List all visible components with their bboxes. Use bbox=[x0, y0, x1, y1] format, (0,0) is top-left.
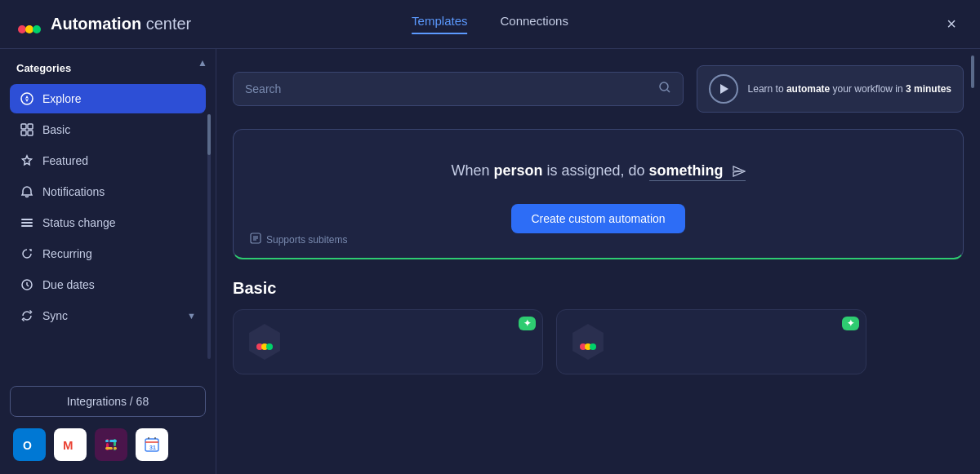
svg-point-0 bbox=[18, 25, 26, 33]
svg-text:O: O bbox=[23, 439, 32, 452]
recurring-icon bbox=[20, 246, 34, 261]
svg-rect-23 bbox=[114, 447, 117, 450]
svg-marker-31 bbox=[733, 166, 745, 176]
content-scrollbar[interactable] bbox=[970, 49, 975, 474]
featured-icon bbox=[20, 153, 34, 168]
svg-line-30 bbox=[667, 90, 670, 92]
svg-rect-21 bbox=[105, 440, 109, 442]
sidebar-item-featured[interactable]: Featured bbox=[10, 146, 206, 175]
ai-badge-1: ✦ bbox=[519, 317, 536, 330]
scroll-up-indicator: ▲ bbox=[198, 57, 207, 69]
svg-rect-11 bbox=[21, 222, 33, 224]
create-custom-automation-button[interactable]: Create custom automation bbox=[511, 204, 684, 233]
svg-rect-7 bbox=[28, 124, 33, 129]
automation-sentence: When person is assigned, do something bbox=[451, 162, 745, 179]
svg-marker-5 bbox=[25, 99, 29, 102]
slack-icon[interactable] bbox=[95, 428, 127, 461]
tab-templates[interactable]: Templates bbox=[412, 14, 467, 34]
supports-subitems-text: Supports subitems bbox=[266, 234, 347, 246]
sidebar-item-status-change-label: Status change bbox=[42, 216, 116, 229]
sidebar-item-recurring-label: Recurring bbox=[42, 247, 92, 260]
subitems-icon bbox=[250, 233, 261, 246]
svg-text:M: M bbox=[63, 438, 74, 452]
action-bold: something bbox=[649, 162, 724, 179]
sidebar-bottom: Integrations / 68 O M bbox=[10, 373, 206, 461]
sidebar-item-basic[interactable]: Basic bbox=[10, 115, 206, 144]
video-text: Learn to automate your workflow in 3 min… bbox=[748, 82, 951, 96]
card-logo-1 bbox=[247, 324, 283, 360]
video-play-button[interactable] bbox=[709, 74, 738, 104]
svg-point-3 bbox=[21, 93, 33, 104]
sidebar-item-recurring[interactable]: Recurring bbox=[10, 239, 206, 268]
ai-badge-2: ✦ bbox=[842, 317, 859, 330]
send-icon bbox=[731, 164, 746, 179]
close-button[interactable]: × bbox=[939, 12, 964, 37]
svg-text:31: 31 bbox=[149, 445, 156, 450]
status-change-icon bbox=[20, 215, 34, 230]
svg-rect-8 bbox=[21, 131, 26, 135]
svg-rect-22 bbox=[105, 447, 113, 450]
outlook-icon[interactable]: O bbox=[13, 428, 46, 461]
sidebar-item-explore[interactable]: Explore bbox=[10, 84, 206, 113]
svg-point-1 bbox=[25, 25, 33, 33]
sidebar-item-due-dates[interactable]: Due dates bbox=[10, 270, 206, 299]
notifications-icon bbox=[20, 184, 34, 199]
content-scrollbar-thumb bbox=[971, 55, 974, 88]
sidebar-item-notifications[interactable]: Notifications bbox=[10, 177, 206, 206]
sidebar-item-sync[interactable]: Sync ▼ bbox=[10, 301, 206, 330]
search-input[interactable] bbox=[245, 82, 658, 95]
header-tabs: Templates Connections bbox=[412, 14, 568, 34]
scrollbar-track bbox=[207, 114, 211, 359]
header: Automation center Templates Connections … bbox=[0, 0, 980, 49]
search-box[interactable] bbox=[233, 72, 684, 106]
main-layout: ▲ Categories Explore Basic Featured bbox=[0, 49, 980, 474]
video-banner[interactable]: Learn to automate your workflow in 3 min… bbox=[697, 65, 964, 113]
sidebar-item-status-change[interactable]: Status change bbox=[10, 208, 206, 237]
integration-icons-row: O M bbox=[10, 428, 206, 461]
automation-card-2[interactable]: ✦ bbox=[556, 309, 866, 374]
sidebar-item-due-dates-label: Due dates bbox=[42, 278, 95, 291]
app-title: Automation center bbox=[51, 15, 191, 33]
svg-rect-10 bbox=[21, 219, 33, 220]
supports-subitems-label: Supports subitems bbox=[250, 233, 347, 246]
custom-automation-card: When person is assigned, do something Cr… bbox=[233, 129, 964, 259]
automation-card-1[interactable]: ✦ bbox=[233, 309, 543, 374]
svg-rect-20 bbox=[109, 440, 117, 442]
due-dates-icon bbox=[20, 277, 34, 292]
search-icon bbox=[658, 81, 671, 97]
sidebar-item-notifications-label: Notifications bbox=[42, 185, 105, 198]
svg-point-29 bbox=[660, 82, 668, 91]
gcal-icon[interactable]: 31 bbox=[136, 428, 168, 461]
integrations-button[interactable]: Integrations / 68 bbox=[10, 386, 206, 417]
sidebar-item-basic-label: Basic bbox=[42, 123, 70, 136]
svg-point-38 bbox=[266, 343, 273, 350]
svg-point-2 bbox=[33, 25, 41, 33]
categories-title: Categories bbox=[10, 62, 206, 74]
tab-connections[interactable]: Connections bbox=[500, 14, 568, 34]
svg-rect-12 bbox=[21, 225, 33, 227]
svg-marker-4 bbox=[25, 95, 29, 99]
sync-icon bbox=[20, 308, 34, 323]
basic-section-title: Basic bbox=[233, 279, 964, 298]
sidebar-item-featured-label: Featured bbox=[42, 154, 88, 167]
sidebar-item-explore-label: Explore bbox=[42, 92, 81, 105]
basic-cards-row: ✦ ✦ bbox=[233, 309, 964, 374]
logo-area: Automation center bbox=[16, 11, 212, 38]
svg-point-41 bbox=[590, 343, 596, 350]
svg-rect-9 bbox=[28, 131, 33, 135]
explore-icon bbox=[20, 91, 34, 106]
sidebar: ▲ Categories Explore Basic Featured bbox=[0, 49, 216, 474]
card-logo-2 bbox=[570, 324, 606, 360]
svg-rect-6 bbox=[21, 124, 26, 129]
logo-icon bbox=[16, 11, 42, 38]
content-area: Learn to automate your workflow in 3 min… bbox=[216, 49, 980, 474]
basic-icon bbox=[20, 122, 34, 137]
play-triangle-icon bbox=[720, 84, 728, 94]
sidebar-items-list: Explore Basic Featured Notifications bbox=[10, 84, 206, 373]
gmail-icon[interactable]: M bbox=[54, 428, 87, 461]
trigger-bold: person bbox=[493, 162, 542, 179]
search-row: Learn to automate your workflow in 3 min… bbox=[233, 65, 964, 113]
action-underlined: something bbox=[649, 162, 746, 181]
sidebar-item-sync-label: Sync bbox=[42, 309, 68, 322]
scrollbar-thumb bbox=[207, 114, 211, 155]
